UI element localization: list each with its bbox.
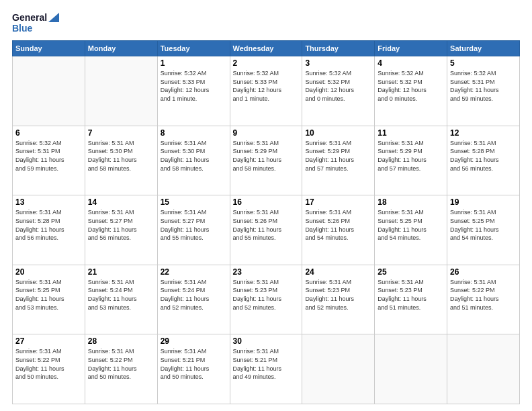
day-number: 24 <box>305 267 371 277</box>
day-number: 11 <box>378 128 444 138</box>
day-info: Sunrise: 5:31 AM Sunset: 5:29 PM Dayligh… <box>305 139 371 173</box>
day-info: Sunrise: 5:31 AM Sunset: 5:26 PM Dayligh… <box>233 208 300 242</box>
calendar-cell <box>302 334 375 404</box>
logo-general: General <box>12 12 47 23</box>
day-info: Sunrise: 5:31 AM Sunset: 5:25 PM Dayligh… <box>450 208 517 242</box>
page: General Blue SundayMondayTuesdayWednesda… <box>0 0 532 411</box>
calendar-cell: 5Sunrise: 5:32 AM Sunset: 5:31 PM Daylig… <box>447 56 520 126</box>
calendar-cell: 24Sunrise: 5:31 AM Sunset: 5:23 PM Dayli… <box>302 265 375 334</box>
day-number: 27 <box>15 336 82 346</box>
calendar-day-header: Wednesday <box>230 41 302 56</box>
calendar-cell: 10Sunrise: 5:31 AM Sunset: 5:29 PM Dayli… <box>302 126 375 195</box>
day-info: Sunrise: 5:31 AM Sunset: 5:22 PM Dayligh… <box>15 347 82 381</box>
day-info: Sunrise: 5:31 AM Sunset: 5:22 PM Dayligh… <box>450 278 517 312</box>
day-number: 29 <box>161 336 227 346</box>
day-info: Sunrise: 5:31 AM Sunset: 5:21 PM Dayligh… <box>161 347 227 381</box>
day-info: Sunrise: 5:31 AM Sunset: 5:29 PM Dayligh… <box>233 139 300 173</box>
day-number: 8 <box>161 128 227 138</box>
calendar-cell: 7Sunrise: 5:31 AM Sunset: 5:30 PM Daylig… <box>85 126 157 195</box>
day-number: 23 <box>233 267 300 277</box>
calendar-week-row: 13Sunrise: 5:31 AM Sunset: 5:28 PM Dayli… <box>13 195 520 265</box>
logo-blue: Blue <box>12 23 59 34</box>
calendar-header-row: SundayMondayTuesdayWednesdayThursdayFrid… <box>13 41 520 56</box>
calendar-cell <box>13 56 85 126</box>
calendar-cell: 15Sunrise: 5:31 AM Sunset: 5:27 PM Dayli… <box>157 195 230 265</box>
calendar-cell: 2Sunrise: 5:32 AM Sunset: 5:33 PM Daylig… <box>230 56 302 126</box>
day-number: 20 <box>15 267 82 277</box>
day-number: 28 <box>88 336 154 346</box>
calendar-day-header: Tuesday <box>157 41 230 56</box>
day-number: 10 <box>305 128 371 138</box>
day-number: 26 <box>450 267 517 277</box>
day-info: Sunrise: 5:31 AM Sunset: 5:23 PM Dayligh… <box>305 278 371 312</box>
day-number: 1 <box>161 58 227 68</box>
day-number: 5 <box>450 58 517 68</box>
calendar-cell: 25Sunrise: 5:31 AM Sunset: 5:23 PM Dayli… <box>375 265 447 334</box>
day-info: Sunrise: 5:31 AM Sunset: 5:26 PM Dayligh… <box>305 208 371 242</box>
day-number: 22 <box>161 267 227 277</box>
day-info: Sunrise: 5:32 AM Sunset: 5:32 PM Dayligh… <box>378 69 444 103</box>
day-number: 13 <box>15 197 82 207</box>
day-info: Sunrise: 5:31 AM Sunset: 5:25 PM Dayligh… <box>15 278 82 312</box>
calendar-cell: 22Sunrise: 5:31 AM Sunset: 5:24 PM Dayli… <box>157 265 230 334</box>
calendar-cell: 18Sunrise: 5:31 AM Sunset: 5:25 PM Dayli… <box>375 195 447 265</box>
day-number: 12 <box>450 128 517 138</box>
day-info: Sunrise: 5:31 AM Sunset: 5:29 PM Dayligh… <box>378 139 444 173</box>
calendar-day-header: Monday <box>85 41 157 56</box>
day-number: 9 <box>233 128 300 138</box>
calendar-cell <box>85 56 157 126</box>
calendar-cell: 23Sunrise: 5:31 AM Sunset: 5:23 PM Dayli… <box>230 265 302 334</box>
day-number: 19 <box>450 197 517 207</box>
logo-arrow-icon <box>48 13 59 22</box>
svg-marker-0 <box>48 13 59 22</box>
day-info: Sunrise: 5:31 AM Sunset: 5:27 PM Dayligh… <box>161 208 227 242</box>
calendar-cell: 16Sunrise: 5:31 AM Sunset: 5:26 PM Dayli… <box>230 195 302 265</box>
calendar-cell: 19Sunrise: 5:31 AM Sunset: 5:25 PM Dayli… <box>447 195 520 265</box>
calendar-cell: 21Sunrise: 5:31 AM Sunset: 5:24 PM Dayli… <box>85 265 157 334</box>
logo: General Blue <box>12 12 59 34</box>
day-info: Sunrise: 5:32 AM Sunset: 5:33 PM Dayligh… <box>161 69 227 103</box>
day-number: 25 <box>378 267 444 277</box>
day-number: 14 <box>88 197 154 207</box>
calendar-cell: 27Sunrise: 5:31 AM Sunset: 5:22 PM Dayli… <box>13 334 85 404</box>
calendar-cell: 29Sunrise: 5:31 AM Sunset: 5:21 PM Dayli… <box>157 334 230 404</box>
day-info: Sunrise: 5:31 AM Sunset: 5:30 PM Dayligh… <box>161 139 227 173</box>
calendar-week-row: 27Sunrise: 5:31 AM Sunset: 5:22 PM Dayli… <box>13 334 520 404</box>
day-info: Sunrise: 5:31 AM Sunset: 5:28 PM Dayligh… <box>450 139 517 173</box>
day-info: Sunrise: 5:31 AM Sunset: 5:24 PM Dayligh… <box>161 278 227 312</box>
day-number: 3 <box>305 58 371 68</box>
day-info: Sunrise: 5:32 AM Sunset: 5:32 PM Dayligh… <box>305 69 371 103</box>
day-number: 4 <box>378 58 444 68</box>
day-number: 21 <box>88 267 154 277</box>
day-info: Sunrise: 5:31 AM Sunset: 5:28 PM Dayligh… <box>15 208 82 242</box>
calendar-cell: 3Sunrise: 5:32 AM Sunset: 5:32 PM Daylig… <box>302 56 375 126</box>
day-info: Sunrise: 5:31 AM Sunset: 5:27 PM Dayligh… <box>88 208 154 242</box>
calendar-cell <box>447 334 520 404</box>
calendar-day-header: Sunday <box>13 41 85 56</box>
calendar-cell: 26Sunrise: 5:31 AM Sunset: 5:22 PM Dayli… <box>447 265 520 334</box>
calendar-cell: 4Sunrise: 5:32 AM Sunset: 5:32 PM Daylig… <box>375 56 447 126</box>
calendar-cell: 14Sunrise: 5:31 AM Sunset: 5:27 PM Dayli… <box>85 195 157 265</box>
day-info: Sunrise: 5:32 AM Sunset: 5:33 PM Dayligh… <box>233 69 300 103</box>
day-info: Sunrise: 5:31 AM Sunset: 5:23 PM Dayligh… <box>378 278 444 312</box>
day-info: Sunrise: 5:32 AM Sunset: 5:31 PM Dayligh… <box>15 139 82 173</box>
calendar-cell: 30Sunrise: 5:31 AM Sunset: 5:21 PM Dayli… <box>230 334 302 404</box>
header: General Blue <box>12 12 520 34</box>
day-number: 30 <box>233 336 300 346</box>
calendar-day-header: Thursday <box>302 41 375 56</box>
calendar-cell: 13Sunrise: 5:31 AM Sunset: 5:28 PM Dayli… <box>13 195 85 265</box>
day-number: 16 <box>233 197 300 207</box>
day-number: 6 <box>15 128 82 138</box>
calendar-cell: 17Sunrise: 5:31 AM Sunset: 5:26 PM Dayli… <box>302 195 375 265</box>
calendar-week-row: 20Sunrise: 5:31 AM Sunset: 5:25 PM Dayli… <box>13 265 520 334</box>
calendar-cell: 28Sunrise: 5:31 AM Sunset: 5:22 PM Dayli… <box>85 334 157 404</box>
day-info: Sunrise: 5:31 AM Sunset: 5:24 PM Dayligh… <box>88 278 154 312</box>
day-number: 18 <box>378 197 444 207</box>
day-number: 2 <box>233 58 300 68</box>
calendar-week-row: 1Sunrise: 5:32 AM Sunset: 5:33 PM Daylig… <box>13 56 520 126</box>
day-info: Sunrise: 5:32 AM Sunset: 5:31 PM Dayligh… <box>450 69 517 103</box>
calendar-cell: 8Sunrise: 5:31 AM Sunset: 5:30 PM Daylig… <box>157 126 230 195</box>
calendar-cell: 20Sunrise: 5:31 AM Sunset: 5:25 PM Dayli… <box>13 265 85 334</box>
day-info: Sunrise: 5:31 AM Sunset: 5:30 PM Dayligh… <box>88 139 154 173</box>
calendar-cell <box>375 334 447 404</box>
